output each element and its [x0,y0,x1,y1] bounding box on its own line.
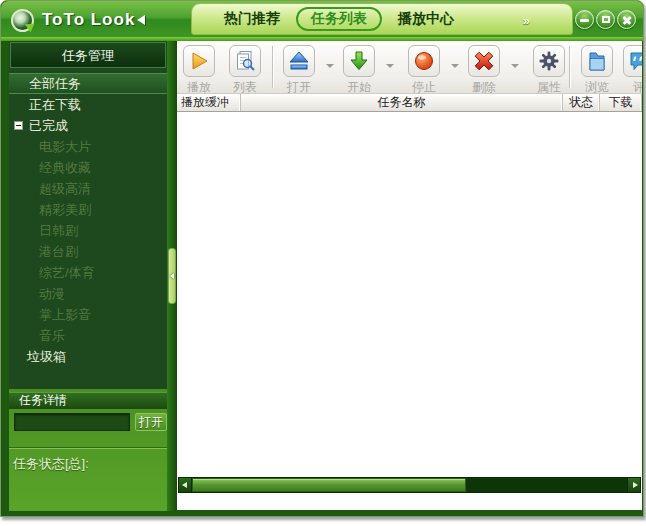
sidebar-header: 任务管理 [10,42,166,68]
browse-button-label: 浏览 [575,79,619,94]
collapse-minus-icon[interactable] [14,121,23,130]
sidebar-item-label: 动漫 [39,286,65,301]
close-button[interactable] [617,10,636,29]
sidebar-item-label: 已完成 [29,118,68,133]
toolbar-separator [569,46,570,88]
titlebar: ToTo Look 热门推荐任务列表播放中心 » [1,1,644,37]
details-path-input[interactable] [14,413,130,431]
tab-hot-recommend[interactable]: 热门推荐 [214,8,290,30]
sidebar-item-downloading[interactable]: 正在下载 [9,94,167,115]
delete-x-icon [468,45,500,77]
more-tabs-chevron-icon[interactable]: » [523,13,530,28]
stop-icon [408,45,440,77]
app-window: ToTo Look 热门推荐任务列表播放中心 » 任务管理 全部任务正在下载已完… [0,0,644,517]
list-button[interactable]: 列表 [223,43,267,93]
delete-dropdown-arrow-icon[interactable] [508,61,522,71]
stop-button-label: 停止 [402,79,446,94]
main-panel: 播放列表打开开始停止删除属性浏览评 播放缓冲任务名称状态下载 [177,41,642,510]
sidebar-item-label: 电影大片 [39,139,91,154]
app-logo: ToTo Look [11,7,145,33]
sidebar-item-mobile-media[interactable]: 掌上影音 [9,304,167,325]
sidebar-item-movies[interactable]: 电影大片 [9,136,167,157]
sidebar-item-label: 港台剧 [39,244,78,259]
task-status-label: 任务状态[总]: [9,455,167,473]
delete-button[interactable]: 删除 [462,43,506,93]
column-header-name[interactable]: 任务名称 [241,94,563,111]
details-open-button[interactable]: 打开 [135,413,167,431]
sidebar-item-classic-collection[interactable]: 经典收藏 [9,157,167,178]
sidebar-item-label: 正在下载 [29,97,81,112]
sidebar-item-label: 垃圾箱 [27,349,66,364]
window-controls [575,10,636,29]
sidebar-item-label: 全部任务 [29,76,81,91]
comment-button-label: 评 [617,79,642,94]
play-button-label: 播放 [177,79,221,94]
sidebar-item-label: 日韩剧 [39,223,78,238]
sidebar-item-label: 掌上影音 [39,307,91,322]
sidebar-item-label: 音乐 [39,328,65,343]
sidebar-item-us-series[interactable]: 精彩美剧 [9,199,167,220]
start-button[interactable]: 开始 [337,43,381,93]
gear-icon [533,45,565,77]
sidebar-splitter[interactable] [167,41,177,511]
delete-button-label: 删除 [462,79,506,94]
sidebar-item-anime[interactable]: 动漫 [9,283,167,304]
sidebar-item-music[interactable]: 音乐 [9,325,167,346]
list-button-label: 列表 [223,79,267,94]
properties-button[interactable]: 属性 [527,43,571,93]
app-logo-icon [11,9,34,32]
toolbar: 播放列表打开开始停止删除属性浏览评 [177,41,642,94]
column-header-download[interactable]: 下载 [600,94,642,111]
horizontal-scrollbar[interactable] [178,477,641,493]
list-icon [229,45,261,77]
sidebar-item-trash[interactable]: 垃圾箱 [9,346,167,367]
browse-button[interactable]: 浏览 [575,43,619,93]
start-dropdown-arrow-icon[interactable] [383,61,397,71]
stop-button[interactable]: 停止 [402,43,446,93]
sidebar-item-hk-tw-series[interactable]: 港台剧 [9,241,167,262]
maximize-button[interactable] [596,10,615,29]
open-dropdown-arrow-icon[interactable] [323,61,337,71]
open-button-label: 打开 [277,79,321,94]
start-arrow-icon [343,45,375,77]
task-sidebar: 任务管理 全部任务正在下载已完成电影大片经典收藏超级高清精彩美剧日韩剧港台剧综艺… [9,41,167,389]
play-icon [183,45,215,77]
task-details-panel: 任务详情 打开 任务状态[总]: [9,389,167,511]
task-list-area[interactable] [177,113,642,510]
sidebar-item-label: 综艺/体育 [39,265,95,280]
scrollbar-thumb[interactable] [192,478,466,492]
play-button[interactable]: 播放 [177,43,221,93]
sidebar-item-jp-kr-series[interactable]: 日韩剧 [9,220,167,241]
sidebar-collapse-handle[interactable] [168,248,176,304]
list-column-header: 播放缓冲任务名称状态下载 [177,94,642,112]
sidebar-item-variety-sports[interactable]: 综艺/体育 [9,262,167,283]
comment-button[interactable]: 评 [617,43,642,93]
open-button[interactable]: 打开 [277,43,321,93]
details-header: 任务详情 [9,392,167,409]
comment-icon [623,45,642,77]
sidebar-item-completed[interactable]: 已完成 [9,115,167,136]
folder-icon [581,45,613,77]
start-button-label: 开始 [337,79,381,94]
eject-icon [283,45,315,77]
scroll-right-arrow-icon[interactable] [627,478,640,492]
stop-dropdown-arrow-icon[interactable] [448,61,462,71]
scroll-left-arrow-icon[interactable] [179,478,192,492]
sidebar-item-label: 精彩美剧 [39,202,91,217]
properties-button-label: 属性 [527,79,571,94]
nav-tabstrip: 热门推荐任务列表播放中心 » [191,3,573,35]
sidebar-item-label: 经典收藏 [39,160,91,175]
toolbar-separator [272,46,273,88]
tab-play-center[interactable]: 播放中心 [388,8,464,30]
logo-arrow-icon [137,15,145,25]
sidebar-item-super-hd[interactable]: 超级高清 [9,178,167,199]
tab-task-list[interactable]: 任务列表 [296,7,382,31]
details-separator [9,447,167,449]
app-title: ToTo Look [42,10,135,30]
sidebar-item-label: 超级高清 [39,181,91,196]
column-header-status[interactable]: 状态 [563,94,600,111]
column-header-buffer[interactable]: 播放缓冲 [177,94,241,111]
minimize-button[interactable] [575,10,594,29]
sidebar-item-all-tasks[interactable]: 全部任务 [9,73,167,94]
